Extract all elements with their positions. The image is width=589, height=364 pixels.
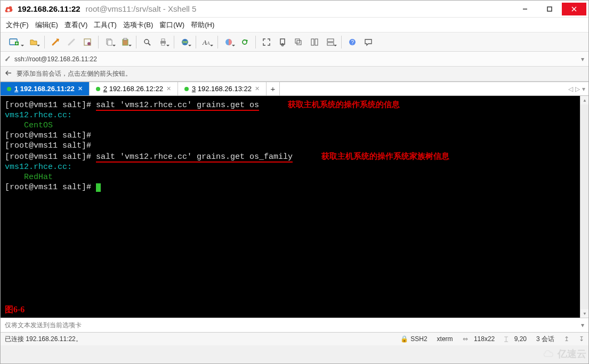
prompt: [root@vms11 salt]# bbox=[5, 131, 96, 140]
status-termtype: xterm bbox=[437, 335, 453, 343]
new-tab-button[interactable]: + bbox=[267, 82, 280, 95]
terminal[interactable]: ▲ ▼ [root@vms11 salt]# salt 'vms12.rhce.… bbox=[1, 96, 588, 318]
status-dot-icon bbox=[96, 87, 100, 91]
svg-rect-28 bbox=[295, 39, 300, 43]
status-up-icon[interactable]: ↥ bbox=[564, 335, 569, 343]
print-icon[interactable] bbox=[156, 35, 171, 50]
watermark: 亿速云 bbox=[540, 344, 588, 363]
toolbar-sep bbox=[217, 36, 218, 48]
svg-rect-29 bbox=[297, 41, 301, 45]
minimize-button[interactable] bbox=[513, 3, 537, 15]
menu-window[interactable]: 窗口(W) bbox=[159, 20, 184, 30]
svg-point-10 bbox=[87, 42, 91, 45]
globe-icon[interactable] bbox=[177, 35, 192, 50]
session-tab-2[interactable]: 2 192.168.26.12:22 ✕ bbox=[90, 82, 178, 95]
scroll-down-icon[interactable]: ▼ bbox=[580, 309, 589, 318]
svg-rect-18 bbox=[162, 39, 165, 41]
tab-menu-icon[interactable]: ▾ bbox=[582, 85, 585, 93]
tab-close-icon[interactable]: ✕ bbox=[255, 85, 260, 92]
command-text: salt 'vms12.rhce.cc' grains.get os bbox=[96, 101, 259, 111]
help-icon[interactable]: ? bbox=[345, 35, 360, 50]
address-bar[interactable]: ssh://root@192.168.26.11:22 ▾ bbox=[1, 52, 588, 67]
paste-button[interactable] bbox=[118, 35, 133, 50]
tab-index: 2 bbox=[103, 85, 107, 93]
svg-rect-2 bbox=[547, 7, 552, 11]
tile-vertical-icon[interactable] bbox=[323, 35, 338, 50]
lock-icon: 🔒 bbox=[400, 335, 408, 343]
tab-next-icon[interactable]: ▷ bbox=[575, 85, 580, 93]
titlebar: 192.168.26.11:22 root@vms11:/srv/salt - … bbox=[1, 1, 588, 18]
open-button[interactable] bbox=[26, 35, 41, 50]
tab-index: 1 bbox=[14, 85, 18, 93]
address-dropdown-icon[interactable]: ▾ bbox=[581, 55, 584, 63]
svg-rect-31 bbox=[315, 39, 318, 45]
tile-horizontal-icon[interactable] bbox=[307, 35, 322, 50]
feedback-icon[interactable] bbox=[361, 35, 376, 50]
send-target-dropdown-icon[interactable]: ▾ bbox=[581, 321, 584, 329]
toolbar-sep bbox=[136, 36, 136, 48]
command-text: salt 'vms12.rhce.cc' grains.get os_famil… bbox=[96, 152, 293, 163]
session-tab-1[interactable]: 1 192.168.26.11:22 ✕ bbox=[1, 82, 90, 95]
copy-button[interactable] bbox=[102, 35, 117, 50]
close-button[interactable] bbox=[562, 3, 586, 15]
svg-rect-33 bbox=[327, 43, 334, 45]
maximize-button[interactable] bbox=[537, 3, 562, 15]
status-protocol: 🔒SSH2 bbox=[400, 335, 427, 343]
title-app: root@vms11:/srv/salt - Xshell 5 bbox=[86, 4, 513, 13]
statusbar: 已连接 192.168.26.11:22。 🔒SSH2 xterm ⇔ 118x… bbox=[1, 333, 588, 345]
svg-point-15 bbox=[144, 39, 149, 44]
cascade-icon[interactable] bbox=[291, 35, 306, 50]
svg-text:?: ? bbox=[351, 39, 354, 45]
hint-text: 要添加当前会话，点击左侧的箭头按钮。 bbox=[17, 69, 132, 78]
status-dot-icon bbox=[7, 87, 11, 91]
add-session-arrow-icon[interactable] bbox=[5, 69, 12, 78]
scroll-up-icon[interactable]: ▲ bbox=[580, 96, 589, 104]
color-scheme-icon[interactable] bbox=[221, 35, 236, 50]
menu-view[interactable]: 查看(V) bbox=[64, 20, 87, 30]
caret-pos-icon: ⌶ bbox=[504, 335, 508, 343]
menu-tabs[interactable]: 选项卡(B) bbox=[123, 20, 153, 30]
simple-mode-icon[interactable] bbox=[275, 35, 290, 50]
toolbar-sep bbox=[98, 36, 99, 48]
new-session-button[interactable] bbox=[4, 35, 25, 50]
send-bar[interactable]: 仅将文本发送到当前选项卡 ▾ bbox=[1, 318, 588, 333]
status-sessions: 3 会话 bbox=[536, 335, 554, 344]
send-placeholder: 仅将文本发送到当前选项卡 bbox=[5, 321, 82, 330]
svg-rect-32 bbox=[327, 39, 334, 42]
tab-prev-icon[interactable]: ◁ bbox=[568, 85, 573, 93]
tab-index: 3 bbox=[192, 85, 196, 93]
menu-edit[interactable]: 编辑(E) bbox=[35, 20, 58, 30]
tab-close-icon[interactable]: ✕ bbox=[78, 85, 83, 92]
fullscreen-icon[interactable] bbox=[259, 35, 274, 50]
menu-file[interactable]: 文件(F) bbox=[6, 20, 29, 30]
svg-line-16 bbox=[148, 43, 150, 45]
prompt: [root@vms11 salt]# bbox=[5, 152, 96, 161]
annotation: 获取主机系统的操作系统的信息 bbox=[288, 100, 400, 109]
scrollbar[interactable]: ▲ ▼ bbox=[580, 96, 588, 318]
tab-close-icon[interactable]: ✕ bbox=[166, 85, 171, 92]
menubar: 文件(F) 编辑(E) 查看(V) 工具(T) 选项卡(B) 窗口(W) 帮助(… bbox=[1, 18, 588, 33]
status-down-icon[interactable]: ↧ bbox=[579, 335, 584, 343]
svg-rect-30 bbox=[311, 39, 314, 45]
annotation: 获取主机系统的操作系统家族树信息 bbox=[321, 151, 449, 160]
output-host: vms12.rhce.cc: bbox=[5, 111, 72, 120]
menu-tools[interactable]: 工具(T) bbox=[94, 20, 117, 30]
toolbar-sep bbox=[341, 36, 342, 48]
toolbar-sep bbox=[255, 36, 256, 48]
properties-icon[interactable] bbox=[80, 35, 95, 50]
toolbar-sep bbox=[174, 36, 174, 48]
svg-text:A: A bbox=[206, 41, 210, 46]
prompt: [root@vms11 salt]# bbox=[5, 101, 96, 110]
disconnect-icon[interactable] bbox=[64, 35, 79, 50]
tab-label: 192.168.26.13:22 bbox=[198, 85, 252, 93]
find-icon[interactable] bbox=[140, 35, 155, 50]
font-icon[interactable]: AA bbox=[199, 35, 214, 50]
session-tab-3[interactable]: 3 192.168.26.13:22 ✕ bbox=[178, 82, 267, 95]
menu-help[interactable]: 帮助(H) bbox=[191, 20, 214, 30]
refresh-icon[interactable] bbox=[237, 35, 252, 50]
toolbar-sep bbox=[44, 36, 45, 48]
output-host: vms12.rhce.cc: bbox=[5, 163, 72, 172]
reconnect-icon[interactable] bbox=[48, 35, 63, 50]
cursor bbox=[96, 183, 101, 192]
svg-text:A: A bbox=[202, 38, 207, 46]
